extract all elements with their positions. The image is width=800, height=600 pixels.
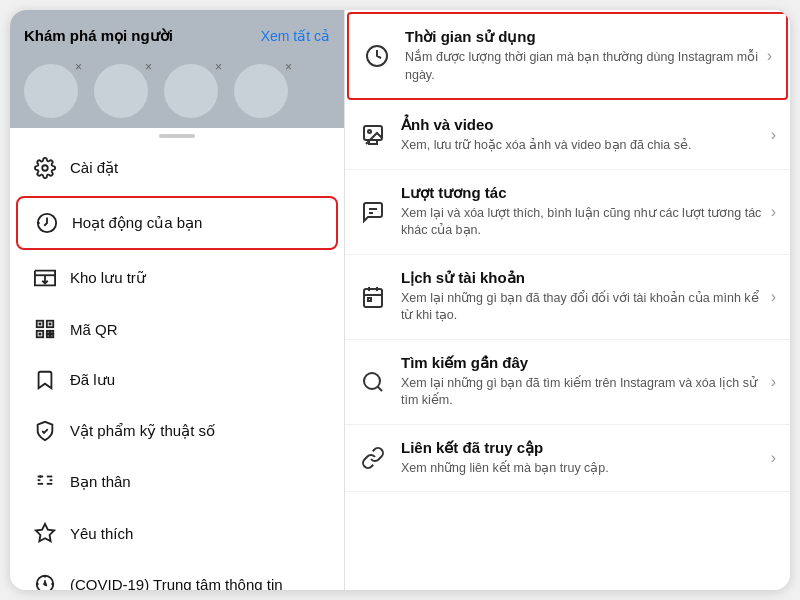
- avatar-1: [24, 64, 78, 118]
- right-item-screen-time[interactable]: Thời gian sử dụng Nắm được lượng thời gi…: [347, 12, 788, 100]
- photos-desc: Xem, lưu trữ hoặc xóa ảnh và video bạn đ…: [401, 137, 763, 155]
- left-header: Khám phá mọi người Xem tất cả: [10, 10, 344, 58]
- calendar-icon: [357, 281, 389, 313]
- links-text: Liên kết đã truy cập Xem những liên kết …: [401, 439, 763, 478]
- chevron-right-icon-3: ›: [771, 203, 776, 221]
- right-item-account-history[interactable]: Lịch sử tài khoản Xem lại những gì bạn đ…: [345, 255, 790, 340]
- close-friends-icon: [32, 469, 58, 495]
- svg-line-41: [378, 386, 382, 390]
- interactions-icon: [357, 196, 389, 228]
- photos-title: Ảnh và video: [401, 116, 763, 134]
- profile-strip: [10, 58, 344, 128]
- links-title: Liên kết đã truy cập: [401, 439, 763, 457]
- recent-search-text: Tìm kiếm gần đây Xem lại những gì bạn đã…: [401, 354, 763, 410]
- shield-icon: [32, 418, 58, 444]
- svg-marker-21: [36, 524, 54, 541]
- digital-label: Vật phẩm kỹ thuật số: [70, 422, 215, 440]
- svg-point-20: [40, 476, 41, 477]
- account-history-title: Lịch sử tài khoản: [401, 269, 763, 287]
- clock-icon: [361, 40, 393, 72]
- svg-rect-8: [39, 333, 42, 336]
- right-item-photos[interactable]: Ảnh và video Xem, lưu trữ hoặc xóa ảnh v…: [345, 102, 790, 170]
- right-item-links[interactable]: Liên kết đã truy cập Xem những liên kết …: [345, 425, 790, 493]
- chevron-right-icon-5: ›: [771, 373, 776, 391]
- star-icon: [32, 520, 58, 546]
- recent-search-desc: Xem lại những gì bạn đã tìm kiếm trên In…: [401, 375, 763, 410]
- interactions-desc: Xem lại và xóa lượt thích, bình luận cũn…: [401, 205, 763, 240]
- menu-item-close-friends[interactable]: Bạn thân: [16, 457, 338, 507]
- archive-label: Kho lưu trữ: [70, 269, 146, 287]
- menu-item-activity[interactable]: Hoạt động của bạn: [16, 196, 338, 250]
- svg-rect-35: [364, 289, 382, 307]
- qr-icon: [32, 316, 58, 342]
- activity-icon: [34, 210, 60, 236]
- svg-point-0: [42, 165, 48, 171]
- screen-time-desc: Nắm được lượng thời gian mà bạn thường d…: [405, 49, 759, 84]
- photo-icon: [357, 119, 389, 151]
- avatar-2: [94, 64, 148, 118]
- phone-container: Khám phá mọi người Xem tất cả Cài đặt: [10, 10, 790, 590]
- discover-title: Khám phá mọi người: [24, 27, 173, 45]
- menu-item-covid[interactable]: (COVID-19) Trung tâm thông tin: [16, 559, 338, 590]
- settings-label: Cài đặt: [70, 159, 118, 177]
- screen-time-title: Thời gian sử dụng: [405, 28, 759, 46]
- covid-label: (COVID-19) Trung tâm thông tin: [70, 576, 283, 591]
- search-icon: [357, 366, 389, 398]
- right-item-interactions[interactable]: Lượt tương tác Xem lại và xóa lượt thích…: [345, 170, 790, 255]
- menu-item-archive[interactable]: Kho lưu trữ: [16, 253, 338, 303]
- svg-rect-12: [51, 331, 54, 334]
- svg-rect-10: [47, 331, 50, 334]
- menu-item-saved[interactable]: Đã lưu: [16, 355, 338, 405]
- right-panel: Thời gian sử dụng Nắm được lượng thời gi…: [345, 10, 790, 590]
- menu-item-favorites[interactable]: Yêu thích: [16, 508, 338, 558]
- avatar-3: [164, 64, 218, 118]
- gear-icon: [32, 155, 58, 181]
- right-item-recent-search[interactable]: Tìm kiếm gần đây Xem lại những gì bạn đã…: [345, 340, 790, 425]
- links-desc: Xem những liên kết mà bạn truy cập.: [401, 460, 763, 478]
- favorites-label: Yêu thích: [70, 525, 133, 542]
- menu-item-digital[interactable]: Vật phẩm kỹ thuật số: [16, 406, 338, 456]
- photos-text: Ảnh và video Xem, lưu trữ hoặc xóa ảnh v…: [401, 116, 763, 155]
- account-history-desc: Xem lại những gì bạn đã thay đổi đối với…: [401, 290, 763, 325]
- svg-rect-6: [39, 323, 42, 326]
- left-panel: Khám phá mọi người Xem tất cả Cài đặt: [10, 10, 345, 590]
- svg-rect-7: [49, 323, 52, 326]
- chevron-right-icon-2: ›: [771, 126, 776, 144]
- bookmark-icon: [32, 367, 58, 393]
- menu-item-settings[interactable]: Cài đặt: [16, 143, 338, 193]
- svg-rect-39: [368, 298, 371, 301]
- qr-label: Mã QR: [70, 321, 118, 338]
- interactions-title: Lượt tương tác: [401, 184, 763, 202]
- recent-search-title: Tìm kiếm gần đây: [401, 354, 763, 372]
- saved-label: Đã lưu: [70, 371, 115, 389]
- account-history-text: Lịch sử tài khoản Xem lại những gì bạn đ…: [401, 269, 763, 325]
- menu-item-qr[interactable]: Mã QR: [16, 304, 338, 354]
- svg-rect-11: [51, 335, 54, 338]
- see-all-link[interactable]: Xem tất cả: [261, 28, 330, 44]
- activity-label: Hoạt động của bạn: [72, 214, 202, 232]
- screen-time-text: Thời gian sử dụng Nắm được lượng thời gi…: [405, 28, 759, 84]
- covid-icon: [32, 571, 58, 590]
- archive-icon: [32, 265, 58, 291]
- chevron-right-icon-4: ›: [771, 288, 776, 306]
- avatar-4: [234, 64, 288, 118]
- chevron-right-icon-6: ›: [771, 449, 776, 467]
- svg-point-23: [43, 582, 47, 586]
- chevron-right-icon: ›: [767, 47, 772, 65]
- menu-list: Cài đặt Hoạt động của bạn: [10, 138, 344, 590]
- interactions-text: Lượt tương tác Xem lại và xóa lượt thích…: [401, 184, 763, 240]
- close-friends-label: Bạn thân: [70, 473, 131, 491]
- svg-point-40: [364, 373, 380, 389]
- link-icon: [357, 442, 389, 474]
- svg-rect-13: [47, 335, 50, 338]
- svg-point-30: [368, 130, 371, 133]
